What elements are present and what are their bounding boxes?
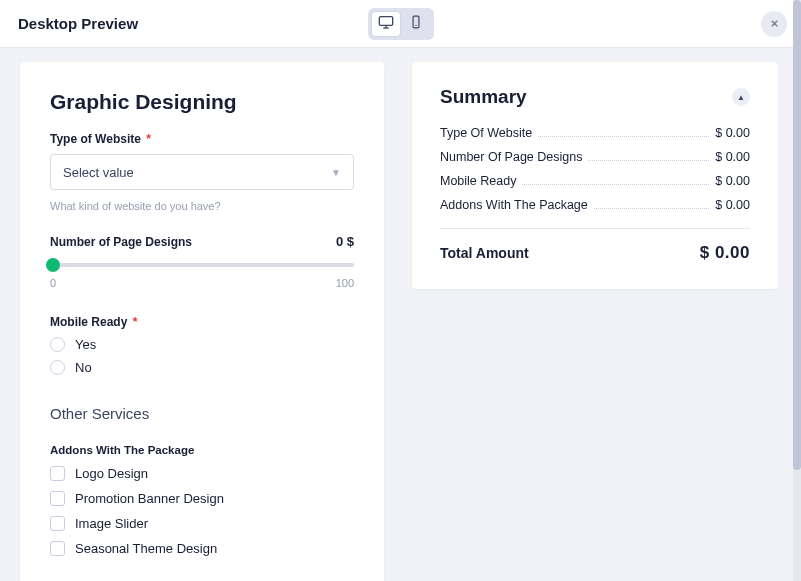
summary-row-value: $ 0.00 xyxy=(715,150,750,164)
checkbox-icon xyxy=(50,541,65,556)
chevron-up-icon: ▲ xyxy=(737,93,745,102)
type-of-website-select[interactable]: Select value ▼ xyxy=(50,154,354,190)
svg-rect-0 xyxy=(379,16,392,25)
label-text: Mobile Ready xyxy=(50,315,127,329)
slider-thumb[interactable] xyxy=(46,258,60,272)
type-of-website-label: Type of Website * xyxy=(50,132,354,146)
device-toggle xyxy=(368,8,434,40)
mobile-ready-section: Mobile Ready * Yes No xyxy=(50,315,354,375)
page-designs-label: Number of Page Designs xyxy=(50,235,192,249)
mobile-ready-label: Mobile Ready * xyxy=(50,315,354,329)
required-mark: * xyxy=(129,315,137,329)
addon-image-slider[interactable]: Image Slider xyxy=(50,516,354,531)
checkbox-label: Logo Design xyxy=(75,466,148,481)
close-button[interactable] xyxy=(761,11,787,37)
checkbox-icon xyxy=(50,491,65,506)
form-card: Graphic Designing Type of Website * Sele… xyxy=(20,62,384,581)
dots-divider xyxy=(522,184,709,185)
checkbox-label: Image Slider xyxy=(75,516,148,531)
label-text: Type of Website xyxy=(50,132,141,146)
radio-label: No xyxy=(75,360,92,375)
header-bar: Desktop Preview xyxy=(0,0,801,48)
mobile-ready-yes[interactable]: Yes xyxy=(50,337,354,352)
scrollbar-thumb[interactable] xyxy=(793,0,801,470)
checkbox-label: Promotion Banner Design xyxy=(75,491,224,506)
chevron-down-icon: ▼ xyxy=(331,167,341,178)
total-value: $ 0.00 xyxy=(700,243,750,263)
total-label: Total Amount xyxy=(440,245,529,261)
checkbox-icon xyxy=(50,466,65,481)
summary-row-type: Type Of Website $ 0.00 xyxy=(440,126,750,140)
total-row: Total Amount $ 0.00 xyxy=(440,243,750,263)
addon-logo-design[interactable]: Logo Design xyxy=(50,466,354,481)
addon-promotion-banner[interactable]: Promotion Banner Design xyxy=(50,491,354,506)
desktop-toggle[interactable] xyxy=(371,11,401,37)
monitor-icon xyxy=(378,14,394,34)
select-placeholder: Select value xyxy=(63,165,134,180)
phone-icon xyxy=(409,15,423,33)
summary-row-value: $ 0.00 xyxy=(715,126,750,140)
type-of-website-helper: What kind of website do you have? xyxy=(50,200,354,212)
close-icon xyxy=(769,16,780,32)
addons-label: Addons With The Package xyxy=(50,444,354,456)
radio-label: Yes xyxy=(75,337,96,352)
content-area: Graphic Designing Type of Website * Sele… xyxy=(0,48,801,581)
slider-max: 100 xyxy=(336,277,354,289)
summary-row-addons: Addons With The Package $ 0.00 xyxy=(440,198,750,212)
summary-row-label: Mobile Ready xyxy=(440,174,516,188)
summary-title: Summary xyxy=(440,86,527,108)
dots-divider xyxy=(588,160,709,161)
page-designs-value: 0 $ xyxy=(336,234,354,249)
dots-divider xyxy=(594,208,709,209)
summary-row-label: Type Of Website xyxy=(440,126,532,140)
page-designs-slider[interactable] xyxy=(50,263,354,267)
summary-row-value: $ 0.00 xyxy=(715,198,750,212)
radio-icon xyxy=(50,360,65,375)
addon-seasonal-theme[interactable]: Seasonal Theme Design xyxy=(50,541,354,556)
checkbox-icon xyxy=(50,516,65,531)
summary-row-mobile: Mobile Ready $ 0.00 xyxy=(440,174,750,188)
summary-row-pages: Number Of Page Designs $ 0.00 xyxy=(440,150,750,164)
slider-min: 0 xyxy=(50,277,56,289)
mobile-toggle[interactable] xyxy=(401,11,431,37)
summary-row-label: Number Of Page Designs xyxy=(440,150,582,164)
dots-divider xyxy=(538,136,709,137)
summary-divider xyxy=(440,228,750,229)
summary-row-value: $ 0.00 xyxy=(715,174,750,188)
page-title: Desktop Preview xyxy=(0,15,138,32)
collapse-button[interactable]: ▲ xyxy=(732,88,750,106)
form-title: Graphic Designing xyxy=(50,90,354,114)
other-services-heading: Other Services xyxy=(50,405,354,422)
checkbox-label: Seasonal Theme Design xyxy=(75,541,217,556)
radio-icon xyxy=(50,337,65,352)
required-mark: * xyxy=(143,132,151,146)
summary-row-label: Addons With The Package xyxy=(440,198,588,212)
summary-card: Summary ▲ Type Of Website $ 0.00 Number … xyxy=(412,62,778,289)
vertical-scrollbar[interactable] xyxy=(793,0,801,581)
mobile-ready-no[interactable]: No xyxy=(50,360,354,375)
page-designs-section: Number of Page Designs 0 $ 0 100 xyxy=(50,234,354,289)
